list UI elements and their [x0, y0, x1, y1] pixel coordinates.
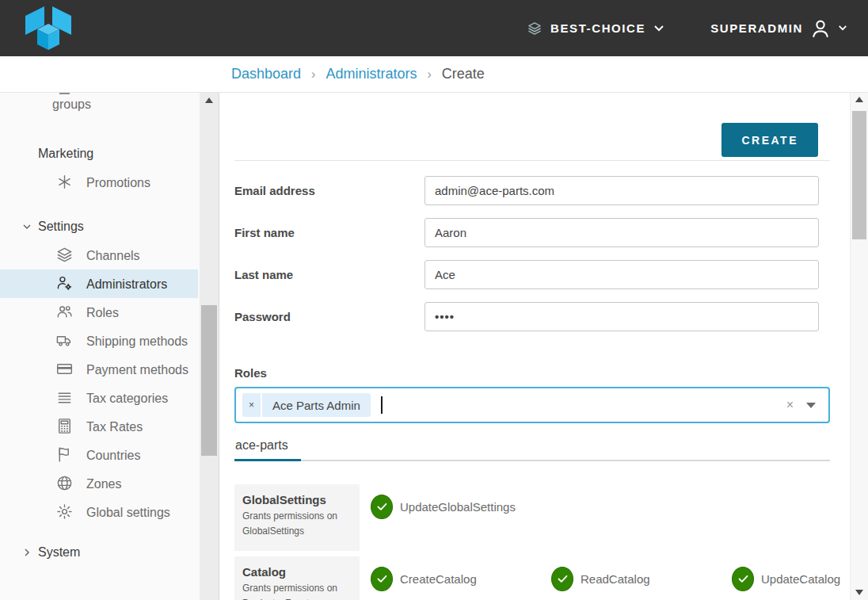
permission-toggle-checked-icon[interactable] — [371, 567, 393, 591]
sidebar-item-administrators[interactable]: Administrators — [0, 269, 198, 298]
sidebar-item-channels[interactable]: Channels — [0, 241, 198, 269]
breadcrumb-separator: › — [427, 67, 431, 82]
users-icon — [55, 303, 74, 321]
roles-group: Roles × Ace Parts Admin × — [234, 366, 830, 423]
user-icon — [809, 17, 832, 40]
chip-remove-icon[interactable]: × — [242, 393, 262, 417]
administrator-form: Email address First name Last name Passw… — [234, 176, 830, 423]
page-actions: CREATE — [234, 93, 830, 161]
calculator-icon — [55, 417, 74, 435]
channel-switcher[interactable]: BEST-CHOICE — [527, 21, 664, 36]
permission-label: ReadCatalog — [581, 572, 650, 586]
user-menu[interactable]: SUPERADMIN — [710, 17, 847, 40]
permission-group-header: Catalog Grants permissions on Products, … — [234, 556, 360, 600]
permission-item: ReadCatalog — [551, 567, 732, 591]
permission-item: CreateCatalog — [371, 567, 551, 591]
credit-card-icon — [55, 360, 74, 378]
password-label: Password — [234, 310, 424, 323]
email-address-label: Email address — [234, 184, 424, 197]
sidebar-item-global-settings[interactable]: Global settings — [0, 498, 198, 526]
breadcrumb-administrators[interactable]: Administrators — [326, 66, 417, 82]
select-clear-icon[interactable]: × — [786, 399, 794, 411]
first-name-label: First name — [234, 226, 424, 239]
permission-group-description: Grants permissions on Products, Facets — [242, 581, 352, 600]
table-row: Catalog Grants permissions on Products, … — [234, 556, 830, 600]
permission-toggle-checked-icon[interactable] — [551, 567, 573, 591]
permission-label: UpdateCatalog — [761, 572, 840, 586]
permission-group-description: Grants permissions on GlobalSettings — [242, 509, 352, 538]
channel-tabs: ace-parts — [234, 438, 830, 461]
sidebar-item-customer-groups-clipped[interactable]: groups — [0, 96, 198, 113]
sidebar: groups Marketing Promotions — [0, 93, 219, 600]
sidebar-section-marketing: Marketing Promotions — [0, 147, 198, 197]
list-icon — [55, 388, 74, 407]
username-label: SUPERADMIN — [710, 21, 803, 35]
layers-icon — [527, 21, 542, 36]
flag-icon — [55, 445, 74, 464]
asterisk-icon — [55, 173, 74, 191]
chip-label: Ace Parts Admin — [262, 393, 371, 417]
text-caret — [381, 396, 383, 414]
permission-toggle-checked-icon[interactable] — [371, 495, 393, 519]
section-header-marketing: Marketing — [0, 147, 198, 161]
permission-label: UpdateGlobalSettings — [400, 500, 516, 514]
sidebar-item-tax-categories[interactable]: Tax categories — [0, 384, 198, 412]
section-header-settings[interactable]: Settings — [0, 220, 198, 234]
globe-icon — [55, 474, 74, 492]
password-field[interactable] — [424, 302, 819, 331]
sidebar-section-system: System — [0, 545, 198, 560]
sidebar-item-promotions[interactable]: Promotions — [0, 168, 198, 197]
vendure-logo-icon[interactable] — [22, 6, 74, 52]
sidebar-item-payment-methods[interactable]: Payment methods — [0, 355, 198, 384]
first-name-field[interactable] — [424, 218, 819, 247]
main-scrollbar[interactable] — [850, 93, 868, 600]
breadcrumb-separator: › — [311, 67, 315, 82]
chevron-down-icon — [653, 25, 664, 32]
topbar-right: BEST-CHOICE SUPERADMIN — [527, 17, 847, 40]
cog-icon — [55, 503, 74, 521]
permission-group-header: GlobalSettings Grants permissions on Glo… — [234, 484, 360, 551]
sidebar-scrollbar[interactable] — [200, 93, 219, 600]
main-scrollbar-thumb[interactable] — [852, 111, 866, 239]
chevron-down-icon — [838, 25, 847, 32]
last-name-field[interactable] — [424, 260, 819, 289]
table-row: GlobalSettings Grants permissions on Glo… — [234, 484, 830, 551]
sidebar-item-shipping-methods[interactable]: Shipping methods — [0, 327, 198, 355]
breadcrumb-dashboard[interactable]: Dashboard — [231, 66, 301, 82]
admin-app: BEST-CHOICE SUPERADMIN Dashboard › Admin… — [0, 0, 868, 600]
sidebar-section-settings: Settings Channels — [0, 220, 198, 526]
tab-ace-parts[interactable]: ace-parts — [234, 438, 301, 461]
permission-label: CreateCatalog — [400, 572, 477, 586]
role-chip: × Ace Parts Admin — [242, 393, 371, 417]
chevron-down-icon — [22, 222, 32, 231]
chevron-right-icon — [22, 548, 32, 557]
permission-group-title: Catalog — [242, 565, 352, 579]
email-address-field[interactable] — [424, 176, 819, 205]
sidebar-item-countries[interactable]: Countries — [0, 441, 198, 469]
permission-group-title: GlobalSettings — [242, 493, 352, 506]
select-dropdown-arrow-icon[interactable] — [806, 403, 816, 408]
layers-icon — [55, 246, 74, 264]
scroll-down-arrow-icon[interactable] — [855, 590, 863, 595]
roles-select[interactable]: × Ace Parts Admin × — [234, 387, 830, 423]
last-name-label: Last name — [234, 268, 424, 281]
clipped-icon-fragment — [59, 93, 70, 94]
permission-item: UpdateCatalog — [732, 567, 850, 591]
main-panel: CREATE Email address First name Last nam… — [219, 93, 868, 600]
sidebar-item-tax-rates[interactable]: Tax Rates — [0, 412, 198, 441]
permission-toggle-checked-icon[interactable] — [732, 567, 754, 591]
scroll-up-arrow-icon[interactable] — [855, 97, 863, 102]
user-settings-icon — [55, 274, 74, 292]
channel-label: BEST-CHOICE — [550, 21, 645, 35]
truck-icon — [55, 331, 74, 350]
scroll-up-arrow-icon[interactable] — [205, 97, 213, 103]
sidebar-item-zones[interactable]: Zones — [0, 469, 198, 498]
breadcrumb-current: Create — [442, 66, 485, 82]
section-header-system[interactable]: System — [0, 545, 198, 560]
sidebar-item-roles[interactable]: Roles — [0, 298, 198, 327]
permission-item: UpdateGlobalSettings — [371, 495, 551, 519]
create-button[interactable]: CREATE — [721, 123, 818, 157]
roles-label: Roles — [234, 366, 830, 380]
sidebar-scrollbar-thumb[interactable] — [201, 305, 217, 456]
topbar: BEST-CHOICE SUPERADMIN — [0, 0, 868, 56]
